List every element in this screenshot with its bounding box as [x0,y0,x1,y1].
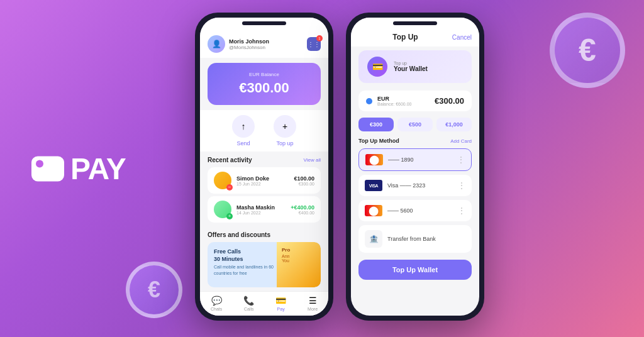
phone-1-notch [242,21,286,25]
pay-icon: 💳 [275,296,286,306]
offer-subtitle-1: Call mobile and landlines in 60 countrie… [214,264,278,277]
payment-method-1[interactable]: ⬤ —— 1890 ⋮ [358,148,472,171]
user-name: Moris Johnson [229,38,269,45]
cancel-button[interactable]: Cancel [452,34,472,41]
offer-card-2[interactable]: Pro AnnYou [277,242,321,287]
balance-card: EUR Balance €300.00 [208,63,321,105]
eur-balance: Balance: €600.00 [377,102,412,106]
nav-more[interactable]: ☰ More [308,296,318,311]
recent-activity-section: Recent activity View all Simon Doke 15 J… [200,152,328,228]
decorative-euro-coin-right: € [550,13,625,88]
activity-date-1: 15 Jun 2022 [236,182,289,186]
mastercard-icon-2: ⬤ [365,205,382,216]
topup-label: Top up [276,140,293,146]
pay-nav-label: Pay [277,307,285,311]
send-icon: ↑ [232,115,255,138]
eur-row: EUR Balance: €600.00 €300.00 [358,91,472,111]
phones-container: 👤 Moris Johnson @MorisJohnson ⋮⋮ EUR Bal… [195,13,484,321]
activity-info-1: Simon Doke 15 Jun 2022 [236,175,289,186]
avatar: 👤 [208,35,225,53]
phone-2: Top Up Cancel 💳 Top up Your Wallet EUR B… [346,13,484,321]
phone-1: 👤 Moris Johnson @MorisJohnson ⋮⋮ EUR Bal… [195,13,333,321]
visa-icon: VISA [365,180,382,191]
offer-2-sub: AnnYou [282,254,316,263]
calls-label: Calls [244,307,254,311]
amount-500[interactable]: €500 [397,118,433,131]
view-all-link[interactable]: View all [304,157,321,163]
pay-logo: PAY [31,152,126,186]
topup-action[interactable]: + Top up [274,115,296,146]
phone-2-screen: Top Up Cancel 💳 Top up Your Wallet EUR B… [351,18,479,316]
nav-chats[interactable]: 💬 Chats [211,296,222,311]
offer-text-1: Free Calls30 Minutes Call mobile and lan… [214,248,278,277]
offer-2-title: Pro [282,247,316,253]
payment-method-3[interactable]: ⬤ —— 5600 ⋮ [358,200,472,221]
activity-amounts-2: +€400.00 €400.00 [291,204,314,215]
activity-amount-1: €100.00 [294,175,314,182]
offer-card-1[interactable]: Free Calls30 Minutes Call mobile and lan… [208,242,321,287]
card-number-2: Visa —— 2323 [387,182,453,189]
amount-1000[interactable]: €1,000 [436,118,472,131]
grid-icon: ⋮⋮ [308,41,320,48]
wallet-card: 💳 Top up Your Wallet [358,50,472,83]
user-handle: @MorisJohnson [229,45,269,50]
balance-amount: €300.00 [216,80,312,96]
phone-1-screen: 👤 Moris Johnson @MorisJohnson ⋮⋮ EUR Bal… [200,18,328,316]
activity-balance-1: €300.00 [294,182,314,186]
notification-button[interactable]: ⋮⋮ [307,37,321,51]
activity-item-1[interactable]: Simon Doke 15 Jun 2022 €100.00 €300.00 [208,167,321,194]
user-text: Moris Johnson @MorisJohnson [229,38,269,50]
chats-icon: 💬 [211,296,222,306]
eur-label: EUR [377,96,412,102]
pay-logo-icon [31,156,64,181]
activity-item-2[interactable]: Masha Maskin 14 Jun 2022 +€400.00 €400.0… [208,196,321,223]
activity-name-1: Simon Doke [236,175,289,182]
send-action[interactable]: ↑ Send [232,115,255,146]
bottom-nav: 💬 Chats 📞 Calls 💳 Pay ☰ More [200,291,328,316]
balance-label: EUR Balance [216,72,312,77]
card-number-3: —— 5600 [387,207,453,214]
activity-info-2: Masha Maskin 14 Jun 2022 [236,204,286,215]
amount-buttons: €300 €500 €1,000 [358,118,472,131]
offer-title-1: Free Calls30 Minutes [214,248,278,263]
payment-method-4[interactable]: 🏦 Transfer from Bank [358,225,472,253]
pay-logo-text: PAY [70,152,126,186]
more-dots-2[interactable]: ⋮ [458,181,465,190]
more-icon: ☰ [309,296,317,306]
more-label: More [308,307,318,311]
more-dots-1[interactable]: ⋮ [457,155,465,164]
activity-date-2: 14 Jun 2022 [236,211,286,215]
activity-name-2: Masha Maskin [236,204,286,211]
method-section-header: Top Up Method Add Card [351,134,479,146]
nav-calls[interactable]: 📞 Calls [243,296,254,311]
user-info: 👤 Moris Johnson @MorisJohnson [208,35,269,53]
offers-section: Offers and discounts Free Calls30 Minute… [200,228,328,291]
phone-2-notch [393,21,437,25]
topup-icon: + [274,115,296,138]
wallet-top-label: Top up [394,61,428,65]
wallet-icon: 💳 [367,57,387,77]
payment-method-2[interactable]: VISA Visa —— 2323 ⋮ [358,175,472,196]
decorative-euro-coin-left: € [126,262,182,318]
wallet-info: Top up Your Wallet [394,61,428,72]
card-number-1: —— 1890 [388,157,452,163]
activity-amount-2: +€400.00 [291,204,314,211]
section-title: Recent activity [208,157,252,163]
calls-icon: 📞 [243,296,254,306]
offers-header: Offers and discounts [208,231,321,238]
add-card-button[interactable]: Add Card [450,138,472,144]
eur-left: EUR Balance: €600.00 [366,96,412,106]
nav-pay[interactable]: 💳 Pay [275,296,286,311]
activity-avatar-1 [214,172,231,189]
card-number-4: Transfer from Bank [387,236,465,242]
more-dots-3[interactable]: ⋮ [458,206,465,215]
send-label: Send [236,140,250,146]
topup-wallet-button[interactable]: Top Up Wallet [358,260,472,280]
amount-300[interactable]: €300 [358,118,394,131]
actions-row: ↑ Send + Top up [200,110,328,152]
activity-balance-2: €400.00 [291,211,314,215]
activity-amounts-1: €100.00 €300.00 [294,175,314,186]
method-title: Top Up Method [358,138,399,144]
activity-avatar-2 [214,201,231,218]
topup-title: Top Up [392,33,418,41]
